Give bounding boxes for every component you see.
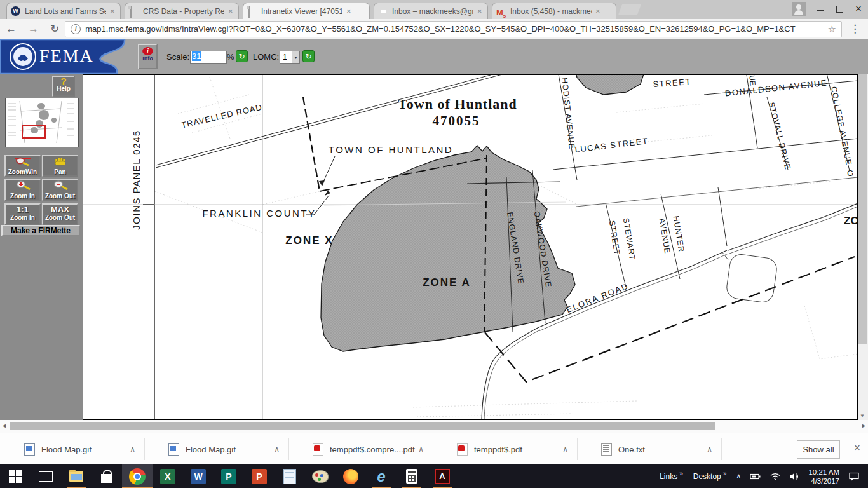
calculator-icon — [406, 469, 417, 484]
fema-header: FEMA i Info Scale: 31 % ↻ LOMC: 1 ▼ ↻ — [0, 39, 868, 74]
download-options-icon[interactable]: ∧ — [562, 445, 568, 454]
task-view-button[interactable] — [31, 464, 61, 488]
zone-a-label: ZONE A — [423, 276, 471, 288]
page-info-icon[interactable]: i — [71, 24, 81, 34]
publisher-button[interactable]: P — [214, 464, 244, 488]
action-center-icon[interactable] — [849, 472, 860, 481]
map-canvas[interactable]: JOINS PANEL 0245 TRAVELLED ROAD Town of … — [83, 74, 858, 420]
zoom-in-button[interactable]: Zoom In — [4, 179, 41, 201]
profile-icon[interactable] — [792, 2, 806, 16]
info-button[interactable]: i Info — [138, 44, 158, 69]
pdf-file-icon — [457, 443, 468, 456]
download-item[interactable]: One.txt ∧ — [577, 438, 722, 460]
window-controls: × — [792, 2, 863, 16]
scale-label: Scale: — [166, 52, 189, 62]
tab-title: Intranetix Viewer [47051 — [261, 7, 342, 16]
scale-input[interactable]: 31 — [190, 51, 227, 64]
scroll-left-icon[interactable]: ◄ — [1, 423, 7, 429]
vertical-scroll-thumb[interactable] — [858, 74, 867, 344]
pan-button[interactable]: Pan — [42, 155, 78, 177]
tab-title: Inbox – mackmeeks@gm — [392, 7, 473, 16]
internet-explorer-button[interactable]: e — [366, 464, 397, 488]
close-downloads-icon[interactable]: × — [854, 442, 860, 454]
powerpoint-button[interactable]: P — [244, 464, 275, 488]
pdf-file-icon — [313, 443, 323, 456]
vertical-scrollbar[interactable]: ▼ — [858, 74, 868, 420]
back-icon[interactable]: ← — [6, 23, 17, 36]
links-toolbar[interactable]: Links» — [660, 472, 683, 481]
new-tab-button[interactable] — [618, 4, 642, 15]
percent-label: % — [227, 52, 234, 62]
address-bar[interactable]: i map1.msc.fema.gov/idms/IntraView.cgi?R… — [65, 21, 842, 37]
restore-icon[interactable] — [835, 4, 844, 13]
excel-button[interactable]: X — [153, 464, 183, 488]
close-tab-icon[interactable]: × — [346, 6, 351, 16]
tab-land-lots[interactable]: W Land Lots and Farms Sea × — [6, 3, 121, 19]
tab-intranetix-viewer[interactable]: Intranetix Viewer [47051 × — [243, 3, 370, 19]
zoom-window-button[interactable]: ZoomWin — [4, 155, 41, 177]
download-options-icon[interactable]: ∧ — [418, 445, 424, 454]
zoom-in-icon — [15, 180, 31, 190]
desktop-toolbar[interactable]: Desktop» — [693, 472, 727, 481]
internet-explorer-icon: e — [377, 469, 385, 484]
close-tab-icon[interactable]: × — [595, 6, 600, 16]
download-item[interactable]: temppdf$.pdf ∧ — [433, 438, 578, 460]
zoom-out-button[interactable]: Zoom Out — [42, 179, 78, 201]
page-favicon — [129, 6, 139, 17]
tab-inbox-app[interactable]: Inbox – mackmeeks@gm × — [374, 3, 488, 19]
download-item[interactable]: Flood Map.gif ∧ — [144, 438, 289, 460]
scale-refresh-button[interactable]: ↻ — [236, 50, 248, 62]
word-button[interactable]: W — [183, 464, 214, 488]
tab-crs-data[interactable]: CRS Data - Property Rep × — [125, 3, 239, 19]
battery-icon[interactable] — [750, 473, 761, 480]
windows-store-button[interactable] — [92, 464, 122, 488]
tab-gmail-inbox[interactable]: M5 Inbox (5,458) - mackmee × — [492, 3, 616, 19]
download-item[interactable]: temppdf$.compre....pdf ∧ — [288, 438, 433, 460]
close-tab-icon[interactable]: × — [228, 6, 233, 16]
make-firmette-button[interactable]: Make a FIRMette — [1, 225, 80, 236]
reload-icon[interactable]: ↻ — [50, 22, 59, 36]
help-button[interactable]: ? Help — [52, 76, 75, 97]
firefox-button[interactable] — [336, 464, 366, 488]
taskbar-clock[interactable]: 10:21 AM 4/3/2017 — [808, 468, 839, 485]
lomc-label: LOMC: — [253, 52, 279, 62]
tray-expand-icon[interactable]: ∧ — [736, 472, 741, 480]
acrobat-button[interactable]: A — [427, 464, 458, 488]
tray-date: 4/3/2017 — [808, 477, 839, 485]
overview-thumbnail[interactable] — [5, 98, 79, 147]
scroll-down-icon[interactable]: ▼ — [860, 413, 865, 419]
lomc-select[interactable]: 1 ▼ — [280, 51, 300, 64]
download-options-icon[interactable]: ∧ — [274, 445, 280, 454]
gif-file-icon — [24, 443, 35, 456]
volume-icon[interactable] — [789, 473, 799, 480]
url-text[interactable]: map1.msc.fema.gov/idms/IntraView.cgi?ROT… — [85, 24, 822, 34]
one-to-one-zoom-button[interactable]: 1:1 Zoom In — [4, 203, 41, 225]
notepad-button[interactable] — [275, 464, 305, 488]
forward-icon[interactable]: → — [28, 23, 39, 36]
wifi-icon[interactable] — [770, 473, 780, 480]
show-all-downloads-button[interactable]: Show all — [797, 440, 840, 459]
horizontal-scrollbar[interactable]: ◄ ► — [0, 420, 868, 433]
chrome-icon — [129, 468, 146, 485]
viewer-workarea: ? Help — [0, 74, 868, 420]
lomc-refresh-button[interactable]: ↻ — [302, 50, 315, 62]
download-options-icon[interactable]: ∧ — [707, 445, 712, 454]
file-explorer-button[interactable] — [61, 464, 92, 488]
zone-x-label: ZONE X — [285, 234, 333, 247]
scroll-right-icon[interactable]: ► — [861, 423, 867, 429]
calculator-button[interactable] — [397, 464, 427, 488]
bookmark-star-icon[interactable]: ☆ — [828, 24, 836, 35]
horizontal-scroll-thumb[interactable] — [10, 422, 715, 430]
close-tab-icon[interactable]: × — [110, 6, 115, 16]
download-item[interactable]: Flood Map.gif ∧ — [0, 438, 145, 460]
browser-menu-icon[interactable]: ⋮ — [850, 22, 860, 36]
minimize-icon[interactable] — [816, 4, 825, 13]
close-tab-icon[interactable]: × — [477, 6, 482, 16]
tab-title: CRS Data - Property Rep — [143, 7, 224, 16]
download-options-icon[interactable]: ∧ — [130, 445, 135, 454]
max-zoom-out-button[interactable]: MAX Zoom Out — [42, 203, 78, 225]
chrome-button[interactable] — [122, 464, 153, 488]
close-window-icon[interactable]: × — [854, 4, 863, 13]
paint-button[interactable] — [305, 464, 336, 488]
start-button[interactable] — [0, 464, 31, 488]
